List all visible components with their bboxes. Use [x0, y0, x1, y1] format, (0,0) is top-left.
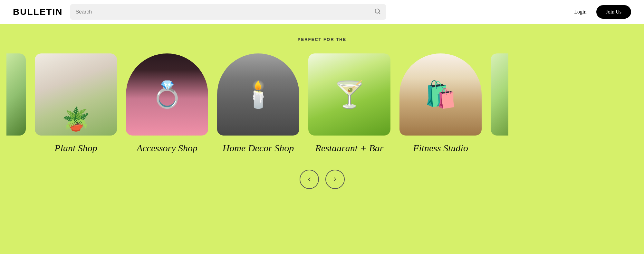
logo[interactable]: BULLETIN: [13, 7, 62, 17]
card-restaurant-bar[interactable]: 🍸 Restaurant + Bar: [308, 53, 390, 154]
header-right: Login Join Us: [574, 5, 631, 19]
section-eyebrow: PERFECT FOR THE: [298, 37, 346, 42]
card-plant-shop[interactable]: 🪴 Plant Shop: [35, 53, 117, 154]
card-fitness-studio-label: Fitness Studio: [413, 143, 468, 154]
search-icon[interactable]: [374, 8, 381, 16]
card-fitness-studio[interactable]: 🛍️ Fitness Studio: [399, 53, 482, 154]
search-bar: [70, 4, 386, 20]
login-button[interactable]: Login: [574, 9, 586, 15]
header: BULLETIN Login Join Us: [0, 0, 644, 24]
svg-line-1: [379, 12, 380, 14]
prev-button[interactable]: [300, 170, 319, 189]
partial-right-card: [491, 53, 508, 136]
card-accessory-shop-label: Accessory Shop: [137, 143, 197, 154]
join-button[interactable]: Join Us: [596, 5, 631, 19]
search-input[interactable]: [75, 9, 371, 15]
main-section: PERFECT FOR THE 🪴 Plant Shop 💍: [0, 24, 644, 254]
card-home-decor-label: Home Decor Shop: [223, 143, 294, 154]
card-accessory-shop[interactable]: 💍 Accessory Shop: [126, 53, 208, 154]
partial-left-card: [6, 53, 26, 136]
card-home-decor[interactable]: 🕯️ Home Decor Shop: [217, 53, 299, 154]
card-plant-shop-label: Plant Shop: [54, 143, 97, 154]
nav-arrows: [300, 170, 345, 189]
cards-container: 🪴 Plant Shop 💍 Accessory Shop 🕯️ Home De…: [0, 53, 644, 154]
next-button[interactable]: [325, 170, 345, 189]
card-restaurant-bar-label: Restaurant + Bar: [315, 143, 384, 154]
